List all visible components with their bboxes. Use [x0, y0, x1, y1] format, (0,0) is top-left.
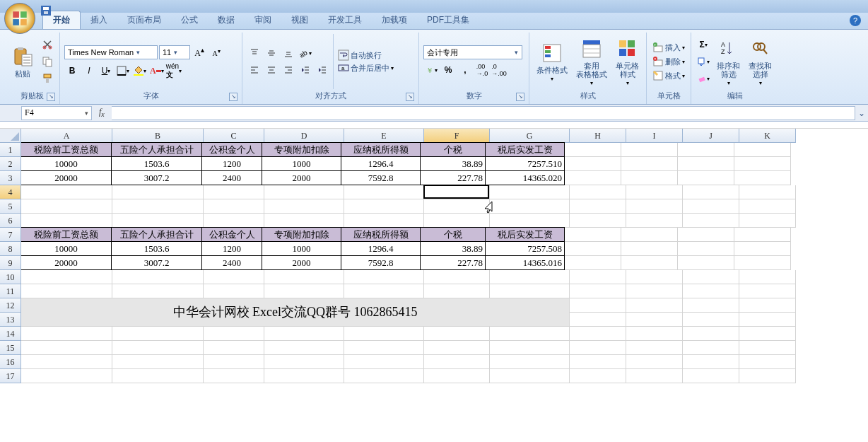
cell-F14[interactable] [424, 327, 490, 341]
cell-D15[interactable] [264, 341, 344, 355]
cell-F5[interactable] [424, 199, 490, 214]
cell-J7[interactable] [678, 228, 734, 242]
row-header-17[interactable]: 17 [0, 369, 21, 383]
cell-J2[interactable] [678, 157, 734, 171]
cell-B7[interactable]: 五险个人承担合计 [111, 227, 202, 242]
row-header-10[interactable]: 10 [0, 270, 21, 284]
cell-B17[interactable] [112, 369, 204, 383]
cell-H10[interactable] [570, 270, 626, 284]
insert-cells-button[interactable]: +插入▾ [651, 40, 686, 54]
cell-H11[interactable] [570, 284, 626, 298]
cell-C15[interactable] [204, 341, 264, 355]
column-header-K[interactable]: K [739, 129, 796, 143]
column-header-J[interactable]: J [683, 129, 739, 143]
font-family-combo[interactable]: Times New Roman▾ [64, 45, 158, 59]
cell-H14[interactable] [570, 327, 626, 341]
cell-B10[interactable] [112, 270, 204, 284]
tab-review[interactable]: 审阅 [245, 11, 281, 29]
cell-H8[interactable] [565, 242, 621, 256]
cell-G17[interactable] [490, 369, 570, 383]
column-header-A[interactable]: A [21, 129, 112, 143]
cell-E15[interactable] [344, 341, 424, 355]
accounting-format-button[interactable]: ￥▾ [423, 62, 439, 78]
cell-E8[interactable]: 1296.4 [341, 241, 421, 256]
align-middle-button[interactable] [264, 45, 279, 61]
cell-I13[interactable] [626, 313, 683, 327]
cell-A14[interactable] [21, 327, 112, 341]
cell-C11[interactable] [204, 284, 264, 298]
cell-I7[interactable] [621, 228, 678, 242]
decrease-indent-button[interactable] [298, 62, 313, 78]
cell-H5[interactable] [570, 199, 626, 214]
cell-B2[interactable]: 1503.6 [111, 156, 202, 171]
row-header-2[interactable]: 2 [0, 157, 21, 171]
cell-C8[interactable]: 1200 [201, 241, 262, 256]
cell-K10[interactable] [739, 270, 796, 284]
font-color-button[interactable]: A▾ [149, 63, 165, 78]
cell-K4[interactable] [739, 185, 796, 199]
decrease-font-button[interactable]: A▾ [209, 45, 224, 60]
cell-A16[interactable] [21, 355, 112, 369]
format-cells-button[interactable]: 格式▾ [651, 69, 686, 83]
autosum-button[interactable]: Σ▾ [696, 37, 711, 52]
cell-H15[interactable] [570, 341, 626, 355]
help-icon[interactable]: ? [850, 15, 861, 26]
number-dialog-launcher[interactable]: ↘ [516, 93, 524, 101]
cell-J12[interactable] [683, 298, 739, 313]
align-center-button[interactable] [264, 62, 279, 78]
comma-button[interactable]: , [457, 62, 473, 78]
cell-K13[interactable] [739, 313, 796, 327]
cell-I10[interactable] [626, 270, 683, 284]
cell-F4[interactable] [424, 185, 490, 199]
cell-C7[interactable]: 公积金个人 [201, 227, 262, 242]
cell-J8[interactable] [678, 242, 734, 256]
cell-I6[interactable] [626, 214, 683, 228]
cell-I15[interactable] [626, 341, 683, 355]
cell-A3[interactable]: 20000 [21, 170, 112, 185]
copy-button[interactable] [40, 54, 55, 69]
name-box[interactable]: F4▾ [21, 106, 92, 120]
percent-button[interactable]: % [440, 62, 456, 78]
cell-K8[interactable] [734, 242, 791, 256]
cell-D5[interactable] [264, 199, 344, 214]
cell-H13[interactable] [570, 313, 626, 327]
cell-C6[interactable] [204, 214, 264, 228]
cell-H4[interactable] [570, 185, 626, 199]
worksheet-grid[interactable]: 1234567891011121314151617 ABCDEFGHIJK 税险… [0, 129, 868, 442]
cut-button[interactable] [40, 37, 55, 52]
cell-A8[interactable]: 10000 [21, 241, 112, 256]
cell-K3[interactable] [734, 171, 791, 185]
cell-D8[interactable]: 1000 [262, 241, 341, 256]
cell-J17[interactable] [683, 369, 739, 383]
cell-J15[interactable] [683, 341, 739, 355]
underline-button[interactable]: U▾ [98, 63, 114, 78]
cell-B1[interactable]: 五险个人承担合计 [111, 142, 202, 157]
fill-color-button[interactable]: ▾ [132, 63, 148, 78]
cell-F9[interactable]: 227.78 [420, 255, 486, 270]
cell-A17[interactable] [21, 369, 112, 383]
sort-filter-button[interactable]: AZ排序和 筛选▾ [714, 34, 743, 89]
cell-I12[interactable] [626, 298, 683, 313]
fill-button[interactable]: ▾ [696, 54, 711, 69]
cell-A2[interactable]: 10000 [21, 156, 112, 171]
increase-font-button[interactable]: A▴ [192, 45, 207, 60]
number-format-combo[interactable]: 会计专用▾ [423, 45, 522, 59]
tab-data[interactable]: 数据 [208, 11, 245, 29]
cell-A5[interactable] [21, 199, 112, 214]
cell-E16[interactable] [344, 355, 424, 369]
cell-G8[interactable]: 7257.508 [485, 241, 565, 256]
find-select-button[interactable]: 查找和 选择▾ [746, 34, 775, 89]
row-header-13[interactable]: 13 [0, 313, 21, 327]
row-header-1[interactable]: 1 [0, 143, 21, 157]
cell-E7[interactable]: 应纳税所得额 [341, 227, 421, 242]
cell-G16[interactable] [490, 355, 570, 369]
cell-B4[interactable] [112, 185, 204, 199]
cell-J6[interactable] [683, 214, 739, 228]
orientation-button[interactable]: ab▾ [298, 45, 313, 61]
cell-E10[interactable] [344, 270, 424, 284]
cell-A1[interactable]: 税险前工资总额 [21, 142, 112, 157]
cell-G9[interactable]: 14365.016 [485, 255, 565, 270]
cell-E11[interactable] [344, 284, 424, 298]
cell-K1[interactable] [734, 143, 791, 157]
cell-A9[interactable]: 20000 [21, 255, 112, 270]
